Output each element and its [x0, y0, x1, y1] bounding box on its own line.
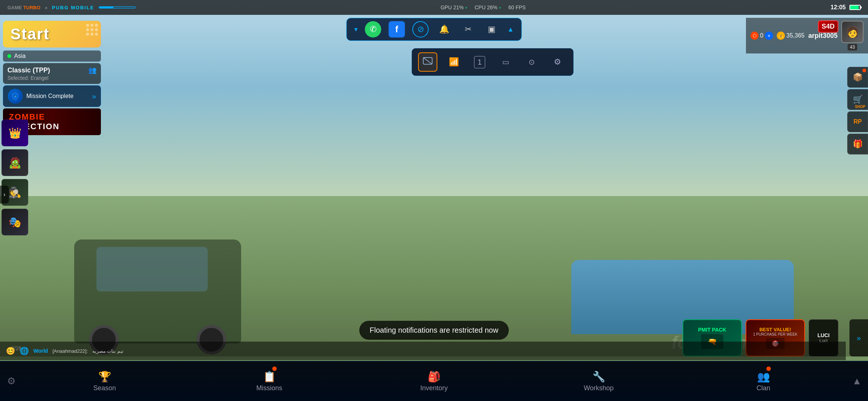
screenshot-button[interactable]: ⊙ — [522, 52, 541, 72]
video-icon: ▣ — [488, 25, 496, 34]
float-toolbar: ▾ ✆ f ⊘ 🔔 ✂ ▣ ▲ — [346, 18, 522, 41]
whatsapp-button[interactable]: ✆ — [365, 21, 381, 38]
app-name-label: PUBG MOBILE — [52, 5, 94, 10]
season-label: Season — [93, 384, 116, 392]
mode-map: Selected: Erangel — [7, 75, 96, 81]
fps-stat: 60 FPS — [509, 4, 526, 10]
workshop-label: Workshop — [584, 384, 614, 392]
battery-icon — [849, 5, 861, 10]
chat-bar: 😊 🌐 World [Anaahmad222]: تيم بنات مصريه — [0, 342, 846, 360]
facebook-button[interactable]: f — [389, 21, 405, 38]
bp-count: 0 — [760, 32, 763, 39]
notif-off-button[interactable] — [418, 52, 437, 72]
user-info-bar: ⬡ 0 + 💰 35,365 arpit3005 🧑 43 — [746, 18, 868, 53]
pmit-title: PMIT PACK — [698, 327, 726, 333]
mode-name: Classic (TPP) — [7, 66, 50, 74]
whatsapp-icon: ✆ — [370, 25, 377, 34]
nav-workshop[interactable]: 🔧 Workshop — [516, 361, 681, 401]
scissors-button[interactable]: ✂ — [460, 21, 476, 38]
top-status-bar: GAME TURBO » PUBG MOBILE GPU 21% » CPU 2… — [0, 0, 868, 15]
chest-button[interactable]: 📦 — [847, 67, 868, 88]
character-icon-2: 🕵️ — [9, 186, 22, 199]
right-icons-panel: 📦 🛒 SHOP RP 🎁 — [847, 67, 868, 154]
rp-button[interactable]: RP — [847, 111, 868, 132]
gpu-stat: GPU 21% » — [441, 4, 467, 10]
cancel-button[interactable]: ⊘ — [412, 21, 429, 38]
top-stats: GPU 21% » CPU 26% » 60 FPS — [441, 4, 526, 10]
shop-button[interactable]: 🛒 SHOP — [847, 89, 868, 110]
mini-toolbar: 📶 1 ▭ ⊙ ⚙ — [412, 48, 573, 76]
missions-label: Missions — [256, 384, 282, 392]
nav-settings-left[interactable]: ⚙ — [0, 375, 22, 387]
user-avatar: 🧑 — [841, 21, 864, 43]
inventory-label: Inventory — [420, 384, 448, 392]
royale-pass-icon[interactable]: 👑 — [1, 120, 28, 146]
bp-icon: ⬡ — [750, 32, 759, 40]
bottom-navigation: ⚙ 🏆 Season 📋 Missions 🎒 Inventory 🔧 Work… — [0, 361, 868, 401]
start-button[interactable]: Start — [3, 21, 101, 48]
nav-clan[interactable]: 👥 Clan — [681, 361, 846, 401]
tablet-button[interactable]: ▭ — [496, 52, 515, 72]
clock: 12:05 — [831, 4, 846, 11]
shop-icon: 🛒 — [853, 95, 863, 104]
bell-icon: 🔔 — [439, 25, 449, 34]
gold-currency: 💰 35,365 — [777, 32, 805, 40]
wifi-icon: 📶 — [449, 57, 459, 67]
nav-missions[interactable]: 📋 Missions — [187, 361, 352, 401]
gold-icon: 💰 — [777, 32, 785, 40]
character-skin-3[interactable]: 🎭 — [1, 209, 28, 235]
add-player-icon[interactable]: 👥 — [88, 66, 96, 74]
game-turbo-label: GAME TURBO — [7, 5, 40, 10]
notification-toast: Floating notifications are restricted no… — [359, 321, 509, 340]
mission-label: Mission Complete — [26, 93, 73, 100]
wifi-button[interactable]: 📶 — [444, 52, 463, 72]
num1-button[interactable]: 1 — [470, 52, 489, 72]
workshop-icon: 🔧 — [592, 371, 605, 383]
svg-line-1 — [423, 58, 432, 64]
mode-info[interactable]: Classic (TPP) 👥 Selected: Erangel — [3, 63, 101, 84]
mission-shield-icon: ✓ — [11, 92, 20, 101]
gift-button[interactable]: 🎁 — [847, 134, 868, 154]
nav-season[interactable]: 🏆 Season — [22, 361, 187, 401]
nav-up-arrow[interactable]: ▲ — [846, 375, 868, 387]
battery-fill — [850, 6, 859, 9]
avatar-container[interactable]: 🧑 43 — [841, 21, 864, 50]
toolbar-chevron-up[interactable]: ▲ — [507, 26, 514, 33]
settings-mini-button[interactable]: ⚙ — [548, 52, 567, 72]
settings-icon: ⚙ — [7, 375, 16, 387]
chat-username: [Anaahmad222]: — [52, 348, 88, 354]
chat-smile-icon[interactable]: 😊 — [6, 346, 15, 355]
toolbar-chevron-down[interactable]: ▾ — [354, 25, 358, 33]
shop-label: SHOP — [855, 105, 865, 109]
chat-world-label: World — [33, 348, 48, 354]
mission-arrows: » — [92, 92, 96, 101]
scissors-icon: ✂ — [465, 25, 471, 34]
jeep-window — [96, 247, 208, 291]
mission-complete-button[interactable]: ✓ Mission Complete » — [3, 85, 101, 107]
gift-icon: 🎁 — [853, 139, 863, 149]
up-arrow-icon: ▲ — [852, 375, 862, 387]
jeep-vehicle — [74, 239, 241, 343]
chest-icon: 📦 — [853, 72, 863, 82]
chest-dot — [862, 69, 866, 72]
notification-button[interactable]: 🔔 — [436, 21, 453, 38]
forward-arrows-button[interactable]: » — [849, 319, 868, 356]
server-info[interactable]: Asia — [3, 50, 101, 62]
progress-indicator — [99, 6, 136, 9]
add-bp-button[interactable]: + — [765, 32, 773, 40]
chat-message-text: تيم بنات مصريه — [92, 348, 124, 354]
character-skin-1[interactable]: 🧟 — [1, 149, 28, 176]
best-value-title: BEST VALUE! — [759, 327, 791, 332]
num1-icon: 1 — [474, 56, 485, 68]
progress-fill — [99, 7, 114, 8]
top-bar-left: GAME TURBO » PUBG MOBILE — [7, 5, 136, 10]
cpu-label: CPU 26% — [474, 4, 497, 10]
avatar-emoji: 🧑 — [846, 26, 859, 38]
chat-globe-icon[interactable]: 🌐 — [20, 346, 29, 355]
username-label: arpit3005 — [808, 32, 838, 40]
mission-icon: ✓ — [8, 89, 23, 104]
video-button[interactable]: ▣ — [484, 21, 500, 38]
character-icon-3: 🎭 — [9, 216, 22, 228]
nav-inventory[interactable]: 🎒 Inventory — [352, 361, 516, 401]
left-arrow-toggle[interactable]: › — [0, 186, 9, 203]
